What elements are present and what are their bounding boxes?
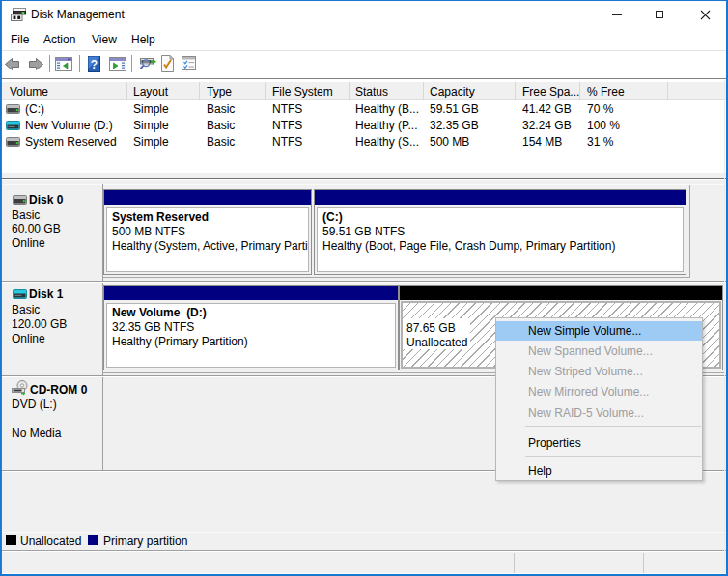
svg-text:?: ? (91, 58, 98, 71)
